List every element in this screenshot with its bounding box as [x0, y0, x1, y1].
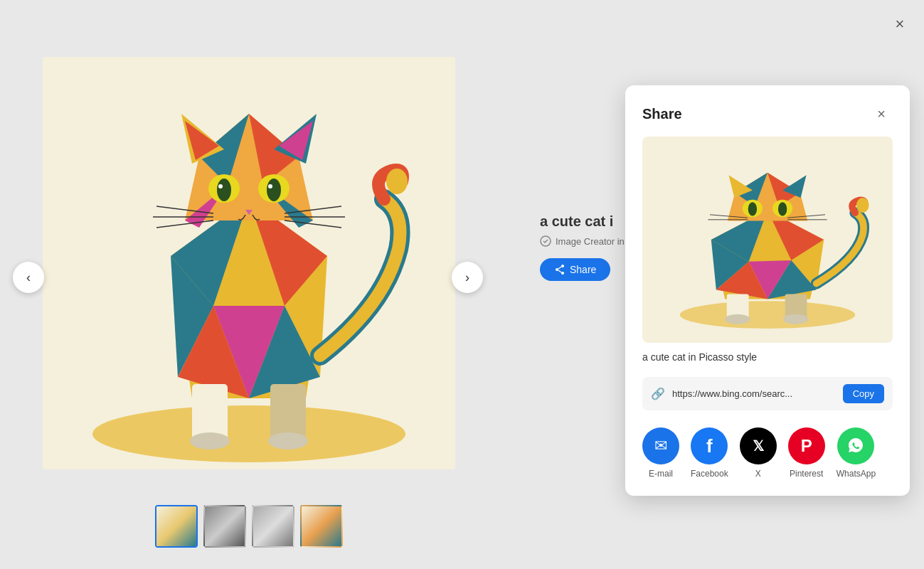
facebook-label: Facebook: [691, 469, 728, 479]
share-facebook[interactable]: f Facebook: [691, 427, 728, 479]
thumbnail-1[interactable]: [155, 505, 198, 548]
share-button-label: Share: [570, 264, 596, 275]
share-dialog-title: Share: [642, 106, 682, 122]
url-row: 🔗 https://www.bing.com/searc... Copy: [642, 377, 893, 410]
facebook-icon: f: [691, 427, 728, 464]
svg-point-28: [268, 184, 272, 188]
share-icon: [554, 264, 565, 275]
creator-icon: [540, 235, 551, 247]
next-arrow[interactable]: ›: [452, 262, 483, 293]
dialog-image-caption: a cute cat in Picasso style: [642, 351, 893, 363]
whatsapp-label: WhatsApp: [837, 469, 876, 479]
svg-line-42: [558, 270, 561, 272]
svg-point-44: [680, 301, 855, 329]
svg-point-11: [190, 432, 230, 450]
svg-point-62: [748, 202, 757, 216]
share-pinterest[interactable]: P Pinterest: [788, 427, 825, 479]
right-chevron-icon: ›: [465, 270, 469, 285]
share-icons-row: ✉ E-mail f Facebook 𝕏 X P Pinterest: [642, 427, 893, 479]
email-label: E-mail: [649, 469, 673, 479]
x-label: X: [755, 469, 761, 479]
svg-point-56: [783, 314, 808, 324]
main-image: [43, 57, 455, 469]
dialog-image-preview: [642, 137, 893, 343]
svg-point-1: [92, 405, 405, 462]
prev-arrow[interactable]: ‹: [13, 262, 44, 293]
svg-point-38: [561, 265, 564, 267]
svg-point-13: [268, 432, 308, 450]
share-dialog: Share ×: [625, 85, 910, 496]
svg-point-63: [778, 202, 787, 216]
pinterest-icon: P: [788, 427, 825, 464]
main-image-container: [43, 57, 455, 469]
svg-point-26: [267, 179, 281, 201]
close-button[interactable]: ×: [887, 11, 913, 37]
x-icon: 𝕏: [740, 427, 777, 464]
share-dialog-close[interactable]: ×: [870, 102, 893, 125]
share-email[interactable]: ✉ E-mail: [642, 427, 679, 479]
thumbnails-strip: [43, 505, 455, 548]
link-icon: 🔗: [651, 387, 665, 400]
share-dialog-header: Share ×: [642, 102, 893, 125]
pinterest-label: Pinterest: [790, 469, 823, 479]
svg-point-27: [218, 184, 223, 188]
left-chevron-icon: ‹: [26, 270, 31, 285]
email-icon: ✉: [642, 427, 679, 464]
svg-point-70: [856, 198, 869, 213]
copy-button[interactable]: Copy: [843, 384, 884, 403]
image-viewer: ×: [0, 0, 924, 569]
svg-point-54: [725, 314, 750, 324]
thumbnail-3[interactable]: [252, 505, 294, 548]
svg-point-40: [561, 272, 564, 275]
share-button[interactable]: Share: [540, 258, 610, 281]
thumbnail-4[interactable]: [300, 505, 343, 548]
svg-point-36: [386, 169, 408, 194]
share-url: https://www.bing.com/searc...: [672, 388, 836, 399]
share-whatsapp[interactable]: WhatsApp: [837, 427, 876, 479]
thumbnail-2[interactable]: [203, 505, 246, 548]
share-x[interactable]: 𝕏 X: [740, 427, 777, 479]
whatsapp-icon: [837, 427, 874, 464]
svg-point-25: [217, 179, 231, 201]
svg-point-39: [556, 268, 558, 271]
svg-line-41: [558, 267, 561, 269]
